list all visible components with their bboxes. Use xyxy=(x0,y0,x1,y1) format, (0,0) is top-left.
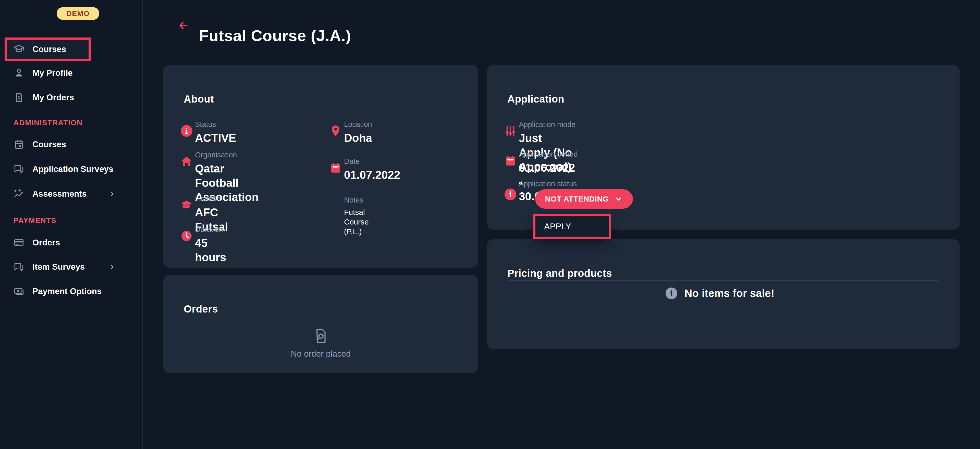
field-value: 01.07.2022 xyxy=(344,168,400,182)
field-label: Date xyxy=(344,157,400,165)
application-card-title: Application xyxy=(508,94,564,105)
sidebar-item-item-surveys[interactable]: Item Surveys xyxy=(0,257,143,276)
clock-icon xyxy=(180,229,193,243)
demo-badge-label: DEMO xyxy=(66,10,89,18)
sidebar: DEMO Courses My Profi xyxy=(0,0,143,449)
sidebar-item-label: Application Surveys xyxy=(32,164,113,174)
sidebar-item-payment-options[interactable]: Payment Options xyxy=(0,282,143,301)
header-divider xyxy=(143,53,980,53)
sidebar-item-my-orders[interactable]: $ My Orders xyxy=(0,88,143,107)
document-search-icon xyxy=(312,328,329,346)
person-icon xyxy=(13,67,24,79)
sidebar-item-label: Assessments xyxy=(32,189,87,199)
calendar-icon xyxy=(13,139,24,150)
field-label: Status xyxy=(195,120,236,129)
pricing-empty-text: No items for sale! xyxy=(684,287,774,300)
sidebar-item-label: Courses xyxy=(32,140,66,149)
sidebar-item-label: Payment Options xyxy=(32,287,102,296)
pricing-card-title: Pricing and products xyxy=(508,268,612,279)
field-label: Location xyxy=(344,120,372,129)
about-card-title: About xyxy=(184,94,214,105)
graduation-cap-icon xyxy=(180,199,193,212)
orders-empty-state: No order placed xyxy=(163,328,478,359)
application-status-button[interactable]: NOT ATTENDING xyxy=(535,189,633,209)
sliders-icon xyxy=(504,124,517,138)
sidebar-item-label: My Profile xyxy=(32,68,73,78)
sidebar-item-label: Courses xyxy=(32,44,66,54)
chevron-right-icon xyxy=(108,190,116,198)
home-icon xyxy=(180,155,193,168)
app-screen: DEMO Courses My Profi xyxy=(0,0,980,449)
field-label: Application mode xyxy=(519,120,576,129)
field-value: ACTIVE xyxy=(195,131,236,145)
chat-bubbles-icon xyxy=(13,261,24,273)
invoice-icon: $ xyxy=(13,92,24,103)
info-icon: i xyxy=(504,188,517,201)
credit-card-icon xyxy=(13,237,24,248)
sidebar-divider xyxy=(8,30,135,30)
orders-card-divider xyxy=(184,317,458,318)
field-label: Notes xyxy=(344,196,369,204)
page-title: Futsal Course (J.A.) xyxy=(199,27,351,44)
pricing-card: Pricing and products i No items for sale… xyxy=(487,239,959,349)
apply-menu-item[interactable]: APPLY xyxy=(535,216,609,237)
field-value: Doha xyxy=(344,131,372,145)
about-card: About i Status ACTIVE Organisation Qatar… xyxy=(163,65,478,268)
sidebar-section-payments: PAYMENTS xyxy=(14,216,56,225)
chevron-down-icon xyxy=(614,195,623,203)
apply-menu-item-label: APPLY xyxy=(544,222,571,232)
demo-badge: DEMO xyxy=(57,7,99,20)
graduation-cap-icon xyxy=(13,44,24,55)
sidebar-item-assessments[interactable]: Assessments xyxy=(0,184,143,203)
sidebar-item-my-profile[interactable]: My Profile xyxy=(0,63,143,83)
sidebar-item-label: My Orders xyxy=(32,93,74,102)
svg-text:$: $ xyxy=(18,95,21,100)
field-value: 45 hours xyxy=(195,236,226,265)
sidebar-item-label: Item Surveys xyxy=(32,262,85,272)
field-label: Duration xyxy=(195,225,226,234)
calendar-icon xyxy=(504,154,517,167)
field-label: Application status xyxy=(519,179,577,188)
banknote-icon xyxy=(13,286,24,297)
info-icon: i xyxy=(180,124,193,138)
orders-card: Orders No order placed xyxy=(163,275,478,373)
pricing-card-divider xyxy=(508,280,939,281)
pricing-empty-state: i No items for sale! xyxy=(666,287,774,300)
sidebar-item-courses[interactable]: Courses xyxy=(0,40,143,59)
sidebar-item-admin-courses[interactable]: Courses xyxy=(0,135,143,154)
sidebar-section-administration: ADMINISTRATION xyxy=(14,119,83,127)
orders-empty-text: No order placed xyxy=(291,349,351,359)
sidebar-item-label: Orders xyxy=(32,238,60,248)
sidebar-item-orders[interactable]: Orders xyxy=(0,233,143,252)
info-icon: i xyxy=(666,287,677,299)
chevron-right-icon xyxy=(108,263,116,271)
orders-card-title: Orders xyxy=(184,303,218,315)
field-label: Application period xyxy=(519,150,578,159)
chat-bubbles-icon xyxy=(13,163,24,175)
application-status-button-label: NOT ATTENDING xyxy=(545,195,609,203)
field-label: License xyxy=(195,194,228,203)
back-button[interactable] xyxy=(177,19,190,32)
field-value: Futsal Course (P.L.) xyxy=(344,208,369,236)
application-card-divider xyxy=(508,106,939,107)
chevron-right-icon xyxy=(108,165,116,173)
location-pin-icon xyxy=(329,124,342,138)
chart-sparkle-icon xyxy=(13,188,24,200)
field-label: Organisation xyxy=(195,151,259,159)
calendar-icon xyxy=(329,161,342,175)
about-card-divider xyxy=(184,106,458,107)
application-card: Application Application mode Just Apply … xyxy=(487,65,959,230)
sidebar-item-application-surveys[interactable]: Application Surveys xyxy=(0,160,143,179)
